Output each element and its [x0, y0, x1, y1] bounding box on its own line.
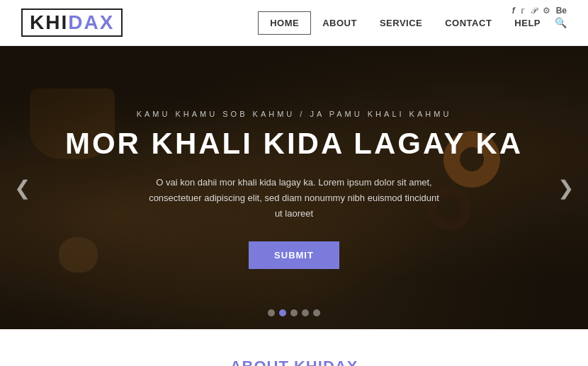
- next-arrow[interactable]: ❯: [558, 176, 574, 200]
- header: KHIDAX HOME ABOUT SERVICE CONTACT HELP 🔍: [0, 0, 588, 46]
- hero-content: KAMU KHAMU SOB KAHMU / JA PAMU KHALI KAH…: [0, 46, 588, 269]
- twitter-icon[interactable]: 𝕣: [521, 6, 525, 16]
- logo[interactable]: KHIDAX: [21, 8, 123, 37]
- hero-description: O vai kon dahii mor khali kida lagay ka.…: [145, 175, 443, 222]
- logo-khi: KHI: [30, 11, 68, 33]
- nav-contact[interactable]: CONTACT: [434, 12, 503, 34]
- search-icon[interactable]: 🔍: [555, 17, 567, 28]
- dot-2[interactable]: [279, 309, 286, 316]
- submit-button[interactable]: SUBMIT: [249, 241, 339, 269]
- dot-4[interactable]: [302, 309, 309, 316]
- about-section: ABOUT KHIDAX ✎ START EDITING Lorem ipsum…: [0, 329, 588, 366]
- logo-dax: DAX: [68, 11, 114, 33]
- about-title: ABOUT KHIDAX: [21, 358, 567, 366]
- dot-1[interactable]: [268, 309, 275, 316]
- prev-arrow[interactable]: ❮: [14, 176, 30, 200]
- pinterest-icon[interactable]: 𝒫: [531, 6, 537, 16]
- facebook-icon[interactable]: f: [512, 6, 515, 16]
- nav-service[interactable]: SERVICE: [368, 12, 434, 34]
- nav-about[interactable]: ABOUT: [311, 12, 368, 34]
- carousel-dots: [268, 309, 320, 316]
- about-title-dax: DAX: [323, 358, 358, 366]
- hero-section: KAMU KHAMU SOB KAHMU / JA PAMU KHALI KAH…: [0, 46, 588, 329]
- dot-3[interactable]: [290, 309, 298, 316]
- dot-5[interactable]: [313, 309, 320, 316]
- about-title-khi: ABOUT KHI: [230, 358, 323, 366]
- behance-icon[interactable]: Be: [556, 6, 567, 16]
- nav-home[interactable]: HOME: [258, 11, 311, 35]
- settings-icon[interactable]: ⚙: [543, 6, 550, 16]
- hero-title: MOR KHALI KIDA LAGAY KA: [0, 127, 588, 161]
- hero-subtitle: KAMU KHAMU SOB KAHMU / JA PAMU KHALI KAH…: [0, 110, 588, 118]
